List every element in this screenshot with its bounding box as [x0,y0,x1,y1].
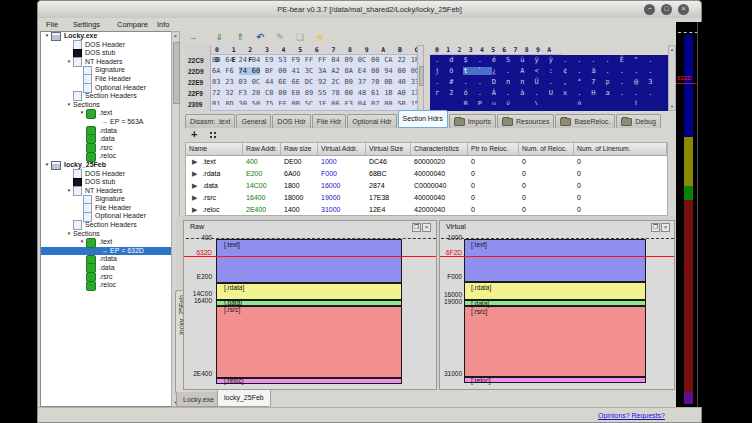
tree-item-reloc-section[interactable]: .reloc [41,152,179,161]
add-section-button[interactable]: + [191,128,197,141]
raw-panel-title: Raw [190,223,204,230]
row-expander-icon[interactable]: ▶ [189,158,197,165]
tab-general[interactable]: General [236,114,271,128]
tree-item-rsrc-section[interactable]: .rsrc [41,273,179,282]
close-panel-icon[interactable]: × [661,223,670,232]
table-row[interactable]: ▶.text400DE001000DC4660000020000 [186,156,667,168]
tree-item-text-section[interactable]: ▼.text [41,238,179,247]
import-icon[interactable]: ⇓ [212,31,226,43]
tree-item-dos-stub[interactable]: DOS stub [41,178,179,187]
tree-item-rsrc-section[interactable]: .rsrc [41,144,179,153]
minimap-rdata-segment [684,137,693,186]
tree-item-section-headers[interactable]: Section Headers [41,221,179,230]
selected-bytes[interactable]: 74 60 [239,67,261,75]
tree-item-sections[interactable]: ▼Sections [41,230,179,239]
tree-item-optional-header[interactable]: Optional Header [41,212,179,221]
menu-compare[interactable]: Compare [117,19,148,31]
tab-optional-hdr[interactable]: Optional Hdr [347,114,396,128]
expander-icon[interactable]: ▼ [65,230,73,239]
tree-item-rdata-section[interactable]: .rdata [41,255,179,264]
close-panel-icon[interactable]: × [422,223,431,232]
edit-icon[interactable]: ✎ [273,31,287,43]
menu-file[interactable]: File [46,19,58,31]
expander-icon[interactable]: ▼ [65,101,73,110]
tree-item-nt-headers[interactable]: ▼NT Headers [41,58,179,67]
tree-item-section-headers[interactable]: Section Headers [41,92,179,101]
tree-item-file-header[interactable]: File Header [41,204,179,213]
tree-item-dos-header[interactable]: DOS Header [41,170,179,179]
tree-item-data-section[interactable]: .data [41,264,179,273]
scroll-up-icon[interactable]: ▲ [172,33,179,38]
tree-item-data-section[interactable]: .data [41,135,179,144]
virtual-tick: F000 [438,273,462,280]
expander-icon[interactable]: ▼ [65,58,73,67]
hex-bytes-row[interactable]: 6A F6 74 60 BF 00 41 3C 3A A2 8A E4 00 9… [212,66,419,77]
scroll-up-icon[interactable]: ▲ [669,47,675,52]
tab-disasm-text[interactable]: Disasm: .text [185,114,235,128]
export-icon[interactable]: ⇑ [233,31,247,43]
hex-bytes-row[interactable]: 83 23 03 0C 44 6E 6E DC 92 2C B0 37 70 0… [212,77,419,88]
table-row[interactable]: ▶.rsrc16400180001900017E3840000040000 [186,192,667,204]
copy-icon[interactable]: ❏ [293,31,307,43]
hex-scrollbar[interactable] [417,45,424,111]
tab-imports[interactable]: Imports [449,114,496,128]
file-tab-locky-exe[interactable]: Locky.exe [176,392,221,407]
hex-bytes-row[interactable]: 72 32 F3 20 C0 00 E0 89 55 78 00 48 61 1… [212,88,419,99]
expander-icon[interactable]: ▼ [43,161,51,170]
tree-item-locky-25feb[interactable]: ▼locky_25Feb [41,161,179,170]
ascii-row[interactable]: .#..DnnÜ.,°7p.@3 [435,77,662,88]
expander-icon[interactable]: ▼ [78,109,86,118]
tree-item-dos-header[interactable]: DOS Header [41,41,179,50]
row-expander-icon[interactable]: ▶ [189,194,197,201]
tab-basereloc[interactable]: BaseReloc. [555,114,615,128]
expander-icon[interactable]: ▼ [43,32,51,41]
menu-info[interactable]: Info [157,19,170,31]
selected-chars[interactable]: t` [463,67,491,75]
tree-item-sections[interactable]: ▼Sections [41,101,179,110]
opinions-requests-link[interactable]: Opinions? Requests? [598,409,665,423]
tab-dos-hdr[interactable]: DOS Hdr [272,114,310,128]
float-panel-icon[interactable]: ❐ [651,223,660,232]
tree-item-signature[interactable]: Signature [41,66,179,75]
ascii-row[interactable]: jöt`¿.A<:¢.ä.... [435,66,662,77]
maximize-button[interactable]: □ [661,4,672,15]
ascii-row[interactable]: r2ó.À.à.Ux.Ha... [435,88,662,99]
expander-icon[interactable]: ▼ [78,238,86,247]
row-expander-icon[interactable]: ▶ [189,182,197,189]
tab-section-hdrs[interactable]: Section Hdrs [398,110,448,128]
table-row[interactable]: ▶.data14C001800160002874C0000040000 [186,180,667,192]
tree-item-dos-stub[interactable]: DOS stub [41,49,179,58]
fit-columns-icon[interactable] [210,132,212,134]
expander-icon[interactable]: ▼ [65,187,73,196]
ascii-scrollbar[interactable]: ▲ ▼ [668,45,676,111]
goto-arrow-icon[interactable]: → [186,31,200,43]
tab-debug[interactable]: Debug [616,114,661,128]
ascii-row[interactable]: .d$.éSùÿÿ....Ê". [435,55,662,66]
tree-item-optional-header[interactable]: Optional Header [41,84,179,93]
tree-item-locky-exe[interactable]: ▼Locky.exe [41,32,179,41]
file-tab-locky-25feb[interactable]: locky_25Feb [217,390,271,407]
hex-bytes-row[interactable]: 8D 64 24 04 E9 53 F9 FF FF 04 09 0C 00 C… [212,55,419,66]
tree-item-rdata-section[interactable]: .rdata [41,127,179,136]
tree-item-signature[interactable]: Signature [41,195,179,204]
minimize-button[interactable]: − [644,4,655,15]
table-row[interactable]: ▶.reloc2E40014003100012E442000040000 [186,204,667,216]
tree-item-file-header[interactable]: File Header [41,75,179,84]
row-expander-icon[interactable]: ▶ [189,170,197,177]
row-expander-icon[interactable]: ▶ [189,206,197,213]
table-row[interactable]: ▶.rdataE2006A00F00068BC40000040000 [186,168,667,180]
tab-file-hdr[interactable]: File Hdr [312,114,347,128]
star-icon[interactable]: ★ [313,31,327,43]
title-bar[interactable]: PE-bear v0.3.7 [/data/mal_shared2/Locky/… [38,1,701,18]
scroll-down-icon[interactable]: ▼ [669,104,675,109]
tree-item-nt-headers[interactable]: ▼NT Headers [41,187,179,196]
tree-item-entry-point-selected[interactable]: →EP = 632D [41,247,179,256]
tab-resources[interactable]: Resources [497,114,554,128]
float-panel-icon[interactable]: ❐ [412,223,421,232]
tree-item-text-section[interactable]: ▼.text [41,109,179,118]
menu-settings[interactable]: Settings [73,19,100,31]
tree-item-entry-point[interactable]: →EP = 563A [41,118,179,127]
tree-item-reloc-section[interactable]: .reloc [41,281,179,290]
undo-icon[interactable]: ↶ [253,31,267,43]
close-button[interactable]: × [678,4,689,15]
